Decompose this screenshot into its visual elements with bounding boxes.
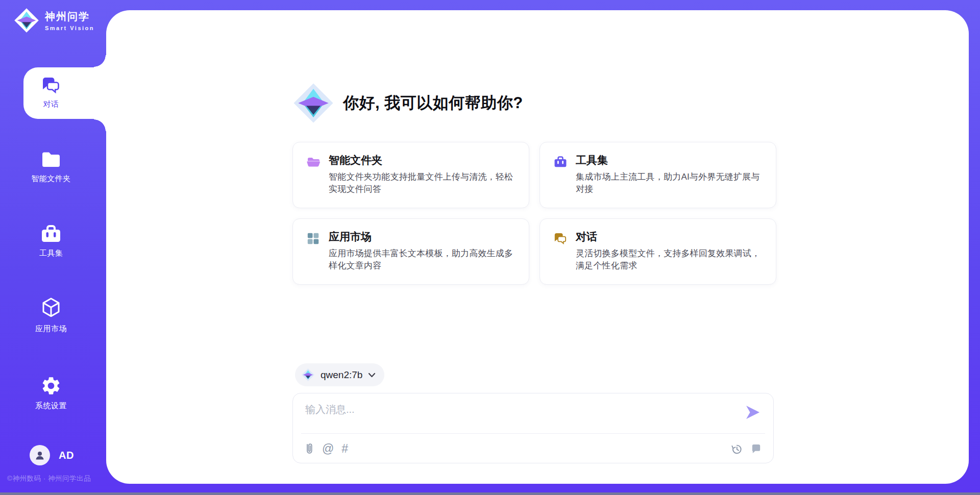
- chat-icon: [41, 76, 61, 95]
- hashtag-icon[interactable]: #: [341, 443, 348, 455]
- brand-name: 神州问学: [45, 10, 94, 23]
- greeting-row: 你好, 我可以如何帮助你?: [292, 82, 523, 125]
- sidebar-item-settings[interactable]: 系统设置: [11, 375, 91, 411]
- toolbox-icon: [40, 224, 62, 244]
- active-tab-curve-top: [94, 55, 106, 67]
- card-title: 智能文件夹: [329, 154, 516, 167]
- card-description: 集成市场上主流工具，助力AI与外界无缝扩展与对接: [576, 171, 763, 195]
- card-title: 工具集: [576, 154, 763, 167]
- composer-toolbar: @ #: [304, 439, 762, 458]
- card-app-market[interactable]: 应用市场 应用市场提供丰富长文本模板，助力高效生成多样化文章内容: [292, 218, 529, 285]
- mention-icon[interactable]: @: [322, 443, 334, 455]
- brand: 神州问学 Smart Vision: [13, 7, 94, 34]
- model-name: qwen2:7b: [321, 369, 362, 381]
- open-folder-icon: [306, 155, 321, 168]
- card-description: 智能文件夹功能支持批量文件上传与清洗，轻松实现文件问答: [329, 171, 516, 195]
- avatar: [30, 445, 50, 465]
- user-account[interactable]: AD: [30, 445, 74, 465]
- assistant-logo-icon: [292, 82, 335, 125]
- copyright-footer: ©神州数码 · 神州问学出品: [7, 474, 91, 483]
- cube-icon: [40, 296, 62, 319]
- toolbox-icon: [553, 155, 568, 168]
- sidebar-item-label: 工具集: [39, 249, 63, 258]
- sidebar-item-label: 智能文件夹: [31, 174, 71, 184]
- grid-icon: [306, 232, 320, 245]
- model-selector[interactable]: qwen2:7b: [295, 363, 384, 386]
- card-chat[interactable]: 对话 灵活切换多模型文件，支持多样回复效果调试，满足个性化需求: [540, 218, 776, 285]
- card-description: 应用市场提供丰富长文本模板，助力高效生成多样化文章内容: [329, 247, 516, 271]
- sidebar-item-label: 对话: [43, 100, 59, 109]
- card-title: 应用市场: [329, 230, 516, 243]
- model-logo-icon: [301, 368, 315, 382]
- chat-icon: [553, 232, 568, 245]
- card-description: 灵活切换多模型文件，支持多样回复效果调试，满足个性化需求: [576, 247, 763, 271]
- send-icon[interactable]: [745, 405, 761, 420]
- greeting-text: 你好, 我可以如何帮助你?: [343, 92, 523, 114]
- brand-logo-icon: [13, 7, 40, 34]
- sidebar-item-label: 应用市场: [35, 324, 67, 334]
- message-input[interactable]: [304, 402, 740, 431]
- chat-bubble-icon[interactable]: [750, 443, 762, 455]
- chevron-down-icon: [368, 373, 376, 378]
- gear-icon: [40, 375, 62, 397]
- person-icon: [34, 449, 46, 461]
- brand-subtitle: Smart Vision: [45, 25, 94, 31]
- history-icon[interactable]: [731, 443, 743, 455]
- sidebar-item-chat[interactable]: 对话: [11, 76, 91, 109]
- composer-divider: [301, 433, 765, 434]
- active-tab-curve-bottom: [94, 119, 106, 131]
- card-toolset[interactable]: 工具集 集成市场上主流工具，助力AI与外界无缝扩展与对接: [540, 142, 776, 208]
- user-initials: AD: [59, 450, 74, 461]
- bottom-edge-bar: [0, 492, 980, 495]
- card-smart-folder[interactable]: 智能文件夹 智能文件夹功能支持批量文件上传与清洗，轻松实现文件问答: [292, 142, 529, 208]
- sidebar-item-smart-folder[interactable]: 智能文件夹: [11, 149, 91, 184]
- attachment-icon[interactable]: [304, 442, 314, 456]
- card-title: 对话: [576, 230, 763, 243]
- message-composer: @ #: [292, 393, 774, 463]
- folder-icon: [40, 149, 62, 169]
- feature-cards: 智能文件夹 智能文件夹功能支持批量文件上传与清洗，轻松实现文件问答 工具集 集成…: [292, 142, 776, 285]
- sidebar-item-label: 系统设置: [35, 401, 67, 411]
- sidebar-item-app-market[interactable]: 应用市场: [11, 296, 91, 334]
- sidebar-item-toolset[interactable]: 工具集: [11, 224, 91, 258]
